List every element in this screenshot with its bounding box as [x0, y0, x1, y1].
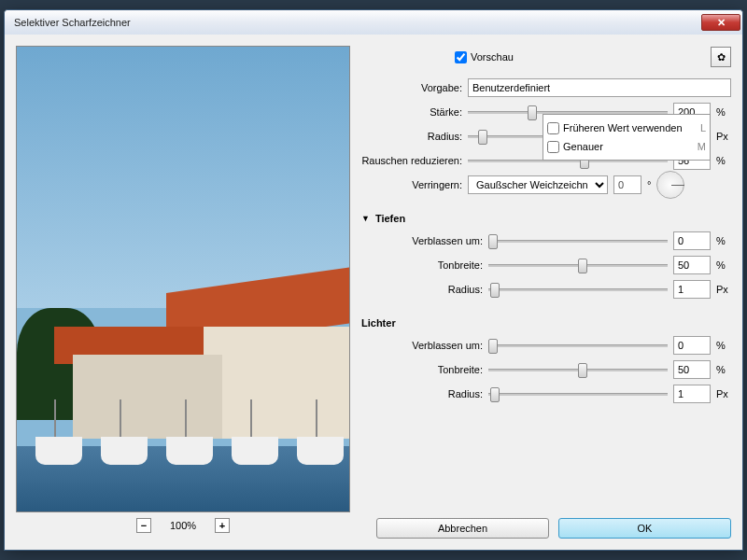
s-fade-slider[interactable]	[488, 232, 668, 249]
minus-icon: −	[141, 520, 147, 531]
precise-checkbox[interactable]	[547, 141, 559, 153]
zoom-in-button[interactable]: +	[215, 518, 230, 533]
preview-image[interactable]	[16, 46, 350, 512]
s-tone-label: Tonbreite:	[361, 259, 483, 271]
h-rad-label: Radius:	[361, 388, 483, 399]
triangle-down-icon: ▼	[361, 214, 370, 223]
s-fade-input[interactable]	[673, 231, 711, 250]
h-fade-slider[interactable]	[488, 337, 668, 354]
close-icon: ✕	[717, 17, 726, 29]
preview-pane: − 100% +	[16, 46, 350, 539]
angle-dial[interactable]	[656, 171, 684, 199]
h-rad-slider[interactable]	[488, 385, 668, 402]
reduce-label: Verringern:	[361, 179, 462, 190]
preview-label: Vorschau	[471, 51, 514, 63]
zoom-level: 100%	[170, 520, 196, 531]
popup-use-previous[interactable]: Früheren Wert verwenden L	[547, 119, 706, 137]
angle-input[interactable]	[613, 175, 641, 194]
preview-checkbox[interactable]: Vorschau	[455, 51, 514, 63]
s-rad-slider[interactable]	[488, 281, 668, 298]
zoom-out-button[interactable]: −	[136, 518, 151, 533]
use-previous-label: Früheren Wert verwenden	[563, 122, 683, 133]
highlights-title: Lichter	[361, 317, 396, 329]
degree-unit: °	[647, 179, 651, 190]
strength-label: Stärke:	[361, 106, 462, 118]
noise-label: Rauschen reduzieren:	[361, 155, 462, 166]
reduce-select[interactable]: Gaußscher Weichzeichner	[468, 175, 608, 194]
shadows-header[interactable]: ▼ Tiefen	[361, 208, 731, 229]
cancel-button[interactable]: Abbrechen	[376, 518, 549, 539]
radius-unit: Px	[716, 131, 731, 142]
h-tone-slider[interactable]	[488, 361, 668, 378]
s-fade-label: Verblassen um:	[361, 235, 483, 246]
settings-pane: Vorschau ✿ Früheren Wert verwenden L Gen…	[361, 46, 731, 539]
s-rad-label: Radius:	[361, 284, 483, 295]
precise-key: M	[698, 141, 706, 152]
h-tone-input[interactable]	[673, 360, 711, 379]
zoom-controls: − 100% +	[16, 512, 350, 539]
shadows-title: Tiefen	[375, 213, 405, 224]
settings-gear-button[interactable]: ✿	[711, 47, 731, 67]
gear-icon: ✿	[717, 51, 726, 63]
highlights-header[interactable]: Lichter	[361, 313, 731, 333]
popup-precise[interactable]: Genauer M	[547, 137, 706, 156]
h-fade-input[interactable]	[673, 336, 711, 355]
close-button[interactable]: ✕	[701, 14, 740, 31]
titlebar: Selektiver Scharfzeichner ✕	[5, 10, 742, 35]
s-tone-input[interactable]	[673, 256, 711, 274]
precise-label: Genauer	[563, 141, 603, 152]
content: − 100% + Vorschau ✿ Früheren Wert verwen…	[5, 35, 742, 550]
plus-icon: +	[219, 520, 225, 531]
window-title: Selektiver Scharfzeichner	[14, 17, 701, 28]
preset-select[interactable]	[468, 78, 731, 97]
use-previous-checkbox[interactable]	[547, 122, 559, 134]
s-tone-slider[interactable]	[488, 257, 668, 273]
radius-label: Radius:	[361, 131, 462, 142]
smart-sharpen-dialog: Selektiver Scharfzeichner ✕	[4, 9, 743, 551]
preview-checkbox-input[interactable]	[455, 51, 467, 63]
gear-popup: Früheren Wert verwenden L Genauer M	[543, 114, 711, 161]
s-rad-input[interactable]	[673, 280, 711, 299]
preset-label: Vorgabe:	[361, 82, 462, 93]
h-fade-label: Verblassen um:	[361, 340, 483, 351]
noise-unit: %	[716, 155, 731, 166]
ok-button[interactable]: OK	[558, 518, 731, 539]
strength-unit: %	[716, 106, 731, 118]
h-tone-label: Tonbreite:	[361, 364, 483, 375]
use-previous-key: L	[700, 122, 706, 133]
h-rad-input[interactable]	[673, 385, 711, 403]
